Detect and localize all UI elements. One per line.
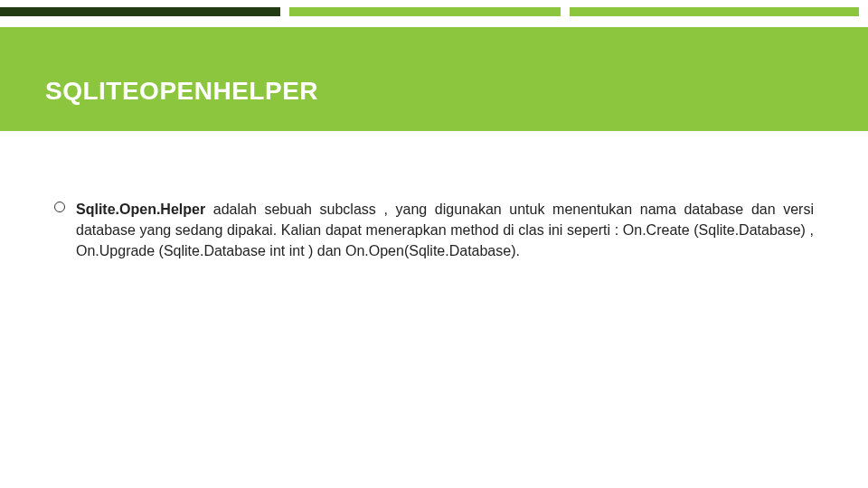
- slide-title: SQLITEOPENHELPER: [45, 77, 868, 106]
- accent-segment-dark: [0, 7, 280, 16]
- content-area: Sqlite.Open.Helper adalah sebuah subclas…: [54, 199, 814, 262]
- bullet-text: Sqlite.Open.Helper adalah sebuah subclas…: [76, 199, 814, 262]
- bullet-bold-lead: Sqlite.Open.Helper: [76, 202, 205, 217]
- bullet-item: Sqlite.Open.Helper adalah sebuah subclas…: [54, 199, 814, 262]
- accent-segment-light: [570, 7, 859, 16]
- bullet-circle-icon: [54, 202, 65, 212]
- accent-segment-light: [289, 7, 561, 16]
- title-banner: SQLITEOPENHELPER: [0, 27, 868, 131]
- top-accent-bar: [0, 7, 868, 16]
